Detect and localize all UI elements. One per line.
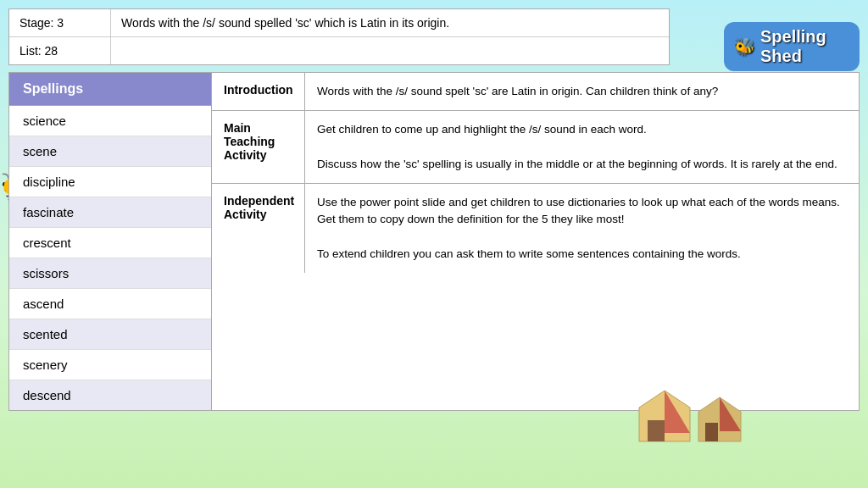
- activity-independent: Independent Activity Use the power point…: [212, 184, 859, 273]
- activity-introduction: Introduction Words with the /s/ sound sp…: [212, 73, 859, 111]
- activities-table: Introduction Words with the /s/ sound sp…: [212, 72, 860, 411]
- header-box: Stage: 3 Words with the /s/ sound spelle…: [8, 8, 670, 65]
- spelling-word-5: crescent: [9, 228, 211, 258]
- spelling-word-6: scissors: [9, 258, 211, 289]
- spelling-word-4: fascinate: [9, 197, 211, 228]
- svg-rect-1: [648, 420, 665, 441]
- activity-content-introduction: Words with the /s/ sound spelt 'sc' are …: [305, 73, 859, 110]
- spellings-header: Spellings: [9, 73, 211, 106]
- spelling-word-9: scenery: [9, 350, 211, 380]
- activity-type-main: Main Teaching Activity: [212, 111, 305, 183]
- spelling-word-1: science: [9, 106, 211, 136]
- activity-content-main: Get children to come up and highlight th…: [305, 111, 859, 183]
- spelling-word-3: discipline: [9, 167, 211, 197]
- spelling-word-10: descend: [9, 380, 211, 410]
- stage-description: Words with the /s/ sound spelled 'sc' wh…: [111, 9, 669, 36]
- stage-label: Stage: 3: [9, 9, 111, 36]
- activity-main: Main Teaching Activity Get children to c…: [212, 111, 859, 184]
- list-label: List: 28: [9, 37, 111, 64]
- svg-rect-4: [705, 423, 718, 441]
- content-area: Spellings science scene discipline fasci…: [8, 72, 860, 411]
- spelling-word-2: scene: [9, 136, 211, 167]
- activity-type-introduction: Introduction: [212, 73, 305, 110]
- spelling-word-8: scented: [9, 319, 211, 350]
- activity-content-independent: Use the power point slide and get childr…: [305, 184, 859, 273]
- activity-type-independent: Independent Activity: [212, 184, 305, 273]
- house-decoration: [614, 374, 783, 475]
- stage-row: Stage: 3 Words with the /s/ sound spelle…: [9, 9, 669, 37]
- spellings-column: Spellings science scene discipline fasci…: [8, 72, 212, 411]
- list-row: List: 28: [9, 37, 669, 64]
- spelling-word-7: ascend: [9, 289, 211, 319]
